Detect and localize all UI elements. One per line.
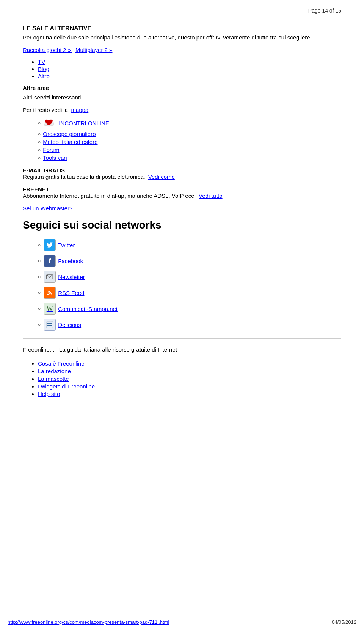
list-item-blog: Blog xyxy=(38,66,341,72)
footer-item-mascotte: La mascotte xyxy=(38,376,341,382)
list-item-altro: Altro xyxy=(38,73,341,79)
altre-aree-subtitle: Altri servizi interessanti. xyxy=(23,94,341,101)
newsletter-link[interactable]: Newsletter xyxy=(44,271,85,283)
divider xyxy=(23,338,341,339)
social-item-facebook: f Facebook xyxy=(38,255,341,267)
main-bullet-list: TV Blog Altro xyxy=(38,58,341,79)
footer-link-mascotte[interactable]: La mascotte xyxy=(38,376,69,382)
altre-aree-heading: Altre aree xyxy=(23,85,341,91)
social-item-comunicati: W Comunicati-Stampa.net xyxy=(38,303,341,315)
mappa-link[interactable]: mappa xyxy=(71,107,88,113)
page-number: Page 14 of 15 xyxy=(23,8,341,14)
svg-rect-5 xyxy=(47,325,52,326)
social-item-newsletter: Newsletter xyxy=(38,271,341,283)
svg-point-2 xyxy=(47,294,49,295)
link-incontri-online[interactable]: INCONTRI ONLINE xyxy=(59,120,109,126)
breadcrumbs: Raccolta giochi 2 » Multiplayer 2 » xyxy=(23,47,341,53)
social-item-delicious: Delicious xyxy=(38,319,341,331)
freenet-text: Abbonamento Internet gratuito in dial-up… xyxy=(23,193,196,199)
link-blog[interactable]: Blog xyxy=(38,66,49,72)
footer-item-help: Help sito xyxy=(38,391,341,397)
main-heading: LE SALE ALTERNATIVE xyxy=(23,25,341,32)
freenet-section: FREENET Abbonamento Internet gratuito in… xyxy=(23,186,341,199)
circle-list: INCONTRI ONLINE Oroscopo giornaliero Met… xyxy=(38,117,341,161)
footer-link-widgets[interactable]: I widgets di Freeonline xyxy=(38,383,95,390)
svg-rect-3 xyxy=(47,321,53,328)
facebook-link[interactable]: f Facebook xyxy=(44,255,83,267)
mappa-text: Per il resto vedi la mappa xyxy=(23,107,341,113)
social-item-rss: RSS Feed xyxy=(38,287,341,299)
link-tv[interactable]: TV xyxy=(38,58,45,65)
altre-aree-section: Altre aree Altri servizi interessanti. P… xyxy=(23,85,341,161)
footer-link-cosa[interactable]: Cosa è Freeonline xyxy=(38,360,85,367)
link-tools[interactable]: Tools vari xyxy=(43,155,67,161)
link-oroscopo[interactable]: Oroscopo giornaliero xyxy=(43,131,96,137)
list-item-incontri: INCONTRI ONLINE xyxy=(38,117,341,129)
email-heading: E-MAIL GRATIS xyxy=(23,167,65,174)
vedi-come-link[interactable]: Vedi come xyxy=(148,174,175,180)
rss-icon xyxy=(44,287,56,299)
email-section: E-MAIL GRATIS Registra gratis la tua cas… xyxy=(23,167,341,180)
delicious-icon xyxy=(44,319,56,331)
intro-text: Per ognuna delle due sale principali esi… xyxy=(23,34,341,41)
bottom-url[interactable]: http://www.freeonline.org/cs/com/mediaco… xyxy=(8,619,169,625)
list-item-meteo: Meteo Italia ed estero xyxy=(38,139,341,145)
breadcrumb-multiplayer[interactable]: Multiplayer 2 » xyxy=(75,47,113,53)
comunicati-link[interactable]: W Comunicati-Stampa.net xyxy=(44,303,118,315)
list-item-forum: Forum xyxy=(38,147,341,153)
delicious-link[interactable]: Delicious xyxy=(44,319,81,331)
social-item-twitter: Twitter xyxy=(38,239,341,251)
heart-icon xyxy=(43,117,55,129)
email-text: Registra gratis la tua casella di posta … xyxy=(23,174,145,180)
link-altro[interactable]: Altro xyxy=(38,73,50,79)
breadcrumb-raccolta[interactable]: Raccolta giochi 2 » xyxy=(23,47,72,53)
bottom-date: 04/05/2012 xyxy=(332,619,356,625)
list-item-oroscopo: Oroscopo giornaliero xyxy=(38,131,341,137)
footer-links-list: Cosa è Freeonline La redazione La mascot… xyxy=(38,360,341,397)
footer-link-help[interactable]: Help sito xyxy=(38,391,60,397)
social-list: Twitter f Facebook Newsletter xyxy=(38,239,341,331)
link-forum[interactable]: Forum xyxy=(43,147,59,153)
list-item-tools: Tools vari xyxy=(38,155,341,161)
svg-rect-4 xyxy=(47,323,52,324)
list-item-tv: TV xyxy=(38,58,341,65)
twitter-link[interactable]: Twitter xyxy=(44,239,75,251)
newsletter-icon xyxy=(44,271,56,283)
seguici-heading: Seguici sui social networks xyxy=(23,219,341,231)
footer-link-redazione[interactable]: La redazione xyxy=(38,368,71,374)
freenet-heading: FREENET xyxy=(23,186,49,193)
footer-item-redazione: La redazione xyxy=(38,368,341,374)
footer-item-widgets: I widgets di Freeonline xyxy=(38,383,341,390)
footer-tagline: Freeonline.it - La guida italiana alle r… xyxy=(23,346,341,353)
link-meteo[interactable]: Meteo Italia ed estero xyxy=(43,139,97,145)
vedi-tutto-link[interactable]: Vedi tutto xyxy=(199,193,223,199)
comunicati-icon: W xyxy=(44,303,56,315)
webmaster-link[interactable]: Sei un Webmaster? xyxy=(23,205,72,211)
facebook-icon: f xyxy=(44,255,56,267)
webmaster-block: Sei un Webmaster?... xyxy=(23,205,341,211)
bottom-bar: http://www.freeonline.org/cs/com/mediaco… xyxy=(0,616,364,628)
twitter-icon xyxy=(44,239,56,251)
rss-link[interactable]: RSS Feed xyxy=(44,287,84,299)
footer-item-cosa: Cosa è Freeonline xyxy=(38,360,341,367)
